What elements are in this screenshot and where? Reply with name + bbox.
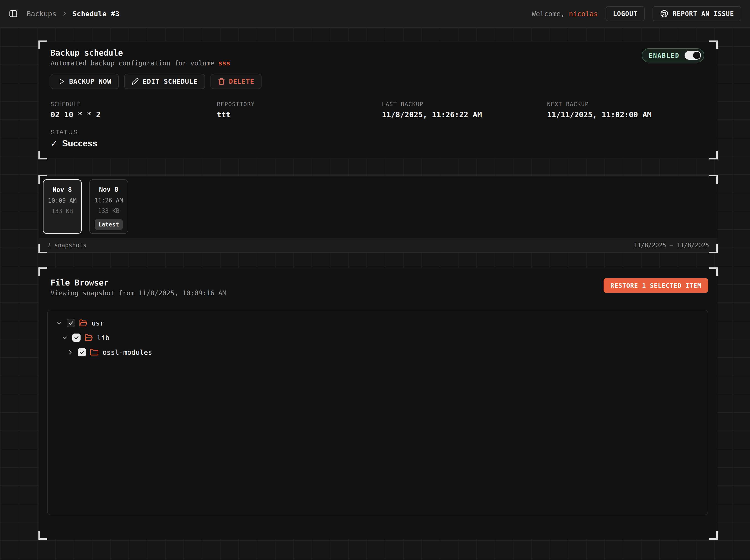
field-repository: REPOSITORY ttt (217, 101, 382, 119)
snapshot-size: 133 KB (98, 207, 119, 214)
status-value: Success (62, 139, 97, 148)
checkbox[interactable] (72, 334, 81, 342)
file-tree: usr lib (47, 310, 708, 515)
backup-now-label: BACKUP NOW (69, 78, 112, 85)
enabled-toggle[interactable]: ENABLED (642, 48, 704, 62)
schedule-fields: SCHEDULE 02 10 * * 2 REPOSITORY ttt LAST… (51, 101, 704, 119)
breadcrumb-page: Schedule #3 (73, 9, 119, 18)
schedule-card-title: Backup schedule (51, 48, 231, 57)
file-browser-card: File Browser Viewing snapshot from 11/8/… (39, 268, 717, 539)
status-label: STATUS (51, 129, 704, 136)
report-issue-label: REPORT AN ISSUE (673, 10, 734, 18)
folder-open-icon (79, 319, 87, 327)
toggle-switch[interactable] (685, 51, 701, 60)
field-label: LAST BACKUP (382, 101, 547, 107)
tree-item-label: lib (97, 334, 110, 342)
backup-schedule-card: Backup schedule Automated backup configu… (39, 41, 717, 159)
check-icon: ✓ (51, 139, 57, 148)
folder-open-icon (85, 334, 93, 342)
field-schedule: SCHEDULE 02 10 * * 2 (51, 101, 217, 119)
corner-bracket (709, 531, 718, 540)
delete-label: DELETE (229, 78, 254, 85)
tree-item-label: usr (92, 319, 104, 327)
trash-icon (218, 78, 225, 85)
welcome-prefix: Welcome, (532, 10, 565, 18)
snapshot-time: 10:09 AM (48, 197, 76, 204)
restore-label: RESTORE 1 SELECTED ITEM (610, 282, 701, 289)
corner-bracket (709, 267, 718, 276)
tree-item-ossl-modules[interactable]: ossl-modules (54, 345, 701, 360)
status-block: STATUS ✓ Success (51, 129, 704, 148)
tree-item-lib[interactable]: lib (54, 330, 701, 345)
play-icon (58, 78, 65, 85)
edit-schedule-label: EDIT SCHEDULE (143, 78, 198, 85)
welcome-text: Welcome, nicolas (532, 10, 598, 18)
restore-button[interactable]: RESTORE 1 SELECTED ITEM (604, 278, 708, 293)
snapshot-date-range: 11/8/2025 – 11/8/2025 (634, 242, 709, 249)
field-label: SCHEDULE (51, 101, 217, 107)
pencil-icon (132, 78, 139, 85)
breadcrumb-section[interactable]: Backups (26, 9, 57, 18)
backup-now-button[interactable]: BACKUP NOW (51, 74, 119, 89)
snapshot-strip: Nov 8 10:09 AM 133 KB Nov 8 11:26 AM 133… (39, 176, 717, 238)
corner-bracket (38, 531, 47, 540)
file-browser-title: File Browser (51, 278, 226, 287)
checkbox[interactable] (78, 348, 86, 356)
topbar: Backups Schedule #3 Welcome, nicolas LOG… (0, 0, 750, 28)
delete-button[interactable]: DELETE (211, 74, 262, 89)
field-value: 02 10 * * 2 (51, 110, 217, 119)
snapshots-footer: 2 snapshots 11/8/2025 – 11/8/2025 (39, 238, 717, 252)
chevron-right-icon[interactable] (67, 349, 74, 356)
snapshot-date: Nov 8 (53, 186, 72, 194)
panel-left-icon (9, 9, 18, 18)
tree-item-usr[interactable]: usr (54, 316, 701, 330)
field-value: ttt (217, 110, 382, 119)
logout-button[interactable]: LOGOUT (606, 6, 645, 21)
snapshot-size: 133 KB (52, 208, 73, 215)
field-value: 11/11/2025, 11:02:00 AM (547, 110, 704, 119)
enabled-label: ENABLED (649, 52, 679, 59)
corner-bracket (38, 267, 47, 276)
report-issue-button[interactable]: REPORT AN ISSUE (653, 6, 741, 21)
field-label: REPOSITORY (217, 101, 382, 107)
toggle-knob (693, 52, 700, 59)
volume-name: sss (218, 59, 230, 67)
chevron-down-icon[interactable] (61, 334, 68, 341)
field-value: 11/8/2025, 11:26:22 AM (382, 110, 547, 119)
corner-bracket (38, 151, 47, 159)
chevron-right-icon (62, 11, 67, 17)
field-label: NEXT BACKUP (547, 101, 704, 107)
corner-bracket (38, 40, 47, 49)
main-content: Backup schedule Automated backup configu… (39, 41, 717, 539)
breadcrumb: Backups Schedule #3 (26, 9, 119, 18)
snapshot-tile[interactable]: Nov 8 11:26 AM 133 KB Latest (89, 179, 128, 234)
checkbox[interactable] (67, 319, 75, 327)
tree-item-label: ossl-modules (102, 348, 152, 356)
snapshot-count: 2 snapshots (47, 242, 86, 249)
username: nicolas (569, 10, 598, 18)
chevron-down-icon[interactable] (56, 320, 63, 326)
logout-label: LOGOUT (613, 10, 637, 18)
lifebuoy-icon (660, 9, 669, 18)
snapshot-tile-selected[interactable]: Nov 8 10:09 AM 133 KB (43, 179, 82, 234)
field-next-backup: NEXT BACKUP 11/11/2025, 11:02:00 AM (547, 101, 704, 119)
folder-icon (90, 348, 98, 356)
corner-bracket (709, 40, 718, 49)
sidebar-toggle-button[interactable] (9, 9, 18, 18)
snapshot-time: 11:26 AM (94, 197, 123, 204)
field-last-backup: LAST BACKUP 11/8/2025, 11:26:22 AM (382, 101, 547, 119)
snapshot-date: Nov 8 (99, 186, 118, 193)
schedule-card-subtitle: Automated backup configuration for volum… (51, 59, 231, 67)
latest-badge: Latest (95, 219, 123, 230)
subtitle-prefix: Automated backup configuration for volum… (51, 59, 214, 67)
file-browser-subtitle: Viewing snapshot from 11/8/2025, 10:09:1… (51, 289, 226, 297)
snapshots-card: Nov 8 10:09 AM 133 KB Nov 8 11:26 AM 133… (39, 176, 717, 253)
corner-bracket (709, 151, 718, 159)
edit-schedule-button[interactable]: EDIT SCHEDULE (124, 74, 205, 89)
